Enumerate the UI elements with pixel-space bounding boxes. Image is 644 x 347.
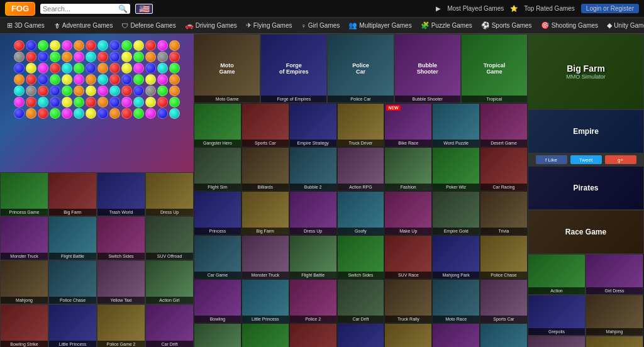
sidebar-ad-4[interactable]: Race Game xyxy=(528,210,644,254)
search-icon[interactable]: 🔍 xyxy=(118,4,128,13)
twitter-btn[interactable]: Tweet xyxy=(570,155,602,164)
table-row[interactable]: Garden Race xyxy=(480,323,528,347)
list-item[interactable]: Grepolis xyxy=(528,295,586,336)
facebook-btn[interactable]: f Like xyxy=(536,155,567,164)
top-game-1[interactable]: MotoGame Moto Game xyxy=(194,34,260,103)
left-panel: Bubble Shooter Extreme Princess Game Big… xyxy=(0,34,194,347)
table-row[interactable]: Mahjong Park xyxy=(432,235,480,279)
nav-adventure[interactable]: 🗡 Adventure Games xyxy=(49,19,118,32)
table-row[interactable]: Word Puzzle xyxy=(432,103,480,147)
list-item[interactable]: Girl Dress xyxy=(586,254,643,295)
table-row[interactable]: Car Racing xyxy=(480,147,528,191)
table-row[interactable]: Grass Cutter xyxy=(337,323,385,347)
table-row[interactable]: Stunt Car xyxy=(432,323,480,347)
nav-girl[interactable]: ♀ Girl Games xyxy=(297,19,345,32)
nav-adventure-label: Adventure Games xyxy=(62,22,113,29)
list-item[interactable]: Car Drift xyxy=(145,304,194,347)
list-item[interactable]: SUV Offroad xyxy=(145,216,194,260)
table-row[interactable]: Elevator xyxy=(194,323,242,347)
nav-multiplayer[interactable]: 👥 Multiplayer Games xyxy=(344,19,416,32)
list-item[interactable]: Big Farm xyxy=(48,172,97,216)
nav-shooting[interactable]: 🎯 Shooting Games xyxy=(536,19,603,32)
nav-defense[interactable]: 🛡 Defense Games xyxy=(117,19,180,32)
nav-sports[interactable]: ⚽ Sports Games xyxy=(477,19,536,32)
table-row[interactable]: Poker Wiz xyxy=(432,147,480,191)
list-item[interactable]: Princess Game xyxy=(0,172,48,216)
sidebar-ad-2[interactable]: Empire xyxy=(528,109,644,153)
table-row[interactable]: Police 2 xyxy=(289,279,337,323)
table-row[interactable]: Trivia xyxy=(480,191,528,235)
list-item[interactable]: Mahjong xyxy=(0,260,48,304)
search-bar[interactable]: 🔍 xyxy=(40,4,130,14)
table-row[interactable]: Princess xyxy=(194,191,242,235)
list-item[interactable]: Monster Truck xyxy=(0,216,48,260)
country-flag[interactable]: 🇺🇸 xyxy=(135,4,153,14)
table-row[interactable]: Action RPG xyxy=(337,147,385,191)
table-row[interactable]: Goofy xyxy=(337,191,385,235)
table-row[interactable]: Moto Race xyxy=(432,279,480,323)
top-game-5[interactable]: TropicalGame Tropical xyxy=(461,34,528,103)
table-row[interactable]: Switch Sides xyxy=(337,235,385,279)
table-row[interactable]: Bubble 2 xyxy=(289,147,337,191)
list-item[interactable]: Switch Sides xyxy=(97,216,145,260)
list-item[interactable]: Yellow Taxi xyxy=(97,260,145,304)
list-item[interactable]: Flight Battle xyxy=(48,216,97,260)
table-row[interactable]: Bike Stunt xyxy=(242,323,289,347)
table-row[interactable]: Car Drift xyxy=(337,279,385,323)
table-row[interactable]: SUV Race xyxy=(384,235,432,279)
sidebar-ad-1[interactable]: Big Farm MMO Simulator xyxy=(528,34,644,109)
table-row[interactable]: Scooter xyxy=(384,323,432,347)
table-row[interactable]: Truck Driver xyxy=(337,103,385,147)
table-row[interactable]: Empire Gold xyxy=(432,191,480,235)
list-item[interactable]: Police Game 2 xyxy=(97,304,145,347)
nav-driving[interactable]: 🚗 Driving Games xyxy=(180,19,242,32)
table-row[interactable]: Fashion xyxy=(384,147,432,191)
list-item[interactable]: Action xyxy=(528,254,586,295)
table-row[interactable]: Monster Truck xyxy=(242,235,289,279)
top-game-4[interactable]: BubbleShooter Bubble Shooter xyxy=(394,34,461,103)
table-row[interactable]: Big Farm xyxy=(242,191,289,235)
table-row[interactable]: Desert Game xyxy=(480,103,528,147)
table-row[interactable]: Billiards xyxy=(242,147,289,191)
nav-3d-games[interactable]: ⊞ 3D Games xyxy=(3,19,49,32)
table-row[interactable]: Make Up xyxy=(384,191,432,235)
list-item[interactable]: Race xyxy=(528,336,586,347)
table-row[interactable]: NEWBike Race xyxy=(384,103,432,147)
nav-puzzle[interactable]: 🧩 Puzzle Games xyxy=(416,19,477,32)
table-row[interactable]: Little Princess xyxy=(242,279,289,323)
search-input[interactable] xyxy=(43,5,118,13)
table-row[interactable]: Bowling xyxy=(194,279,242,323)
list-item[interactable]: Mahjong xyxy=(586,295,643,336)
top-rated-link[interactable]: Top Rated Games xyxy=(524,5,575,12)
top-game-2[interactable]: Forgeof Empires Forge of Empires xyxy=(260,34,327,103)
login-button[interactable]: Login or Register xyxy=(581,4,639,13)
table-row[interactable]: Gangster Hero xyxy=(194,103,242,147)
table-row[interactable]: Dress Up xyxy=(289,191,337,235)
grid-icon: ⊞ xyxy=(7,21,13,30)
top-game-3[interactable]: PoliceCar Police Car xyxy=(327,34,394,103)
table-row[interactable]: Flight Battle xyxy=(289,235,337,279)
sidebar-ad-3[interactable]: Pirates xyxy=(528,166,644,210)
list-item[interactable]: Action Girl xyxy=(145,260,194,304)
table-row[interactable]: Sports Car xyxy=(242,103,289,147)
table-row[interactable]: Sports Car xyxy=(480,279,528,323)
table-row[interactable]: Dirt Bike xyxy=(289,323,337,347)
table-row[interactable]: Empire Strategy xyxy=(289,103,337,147)
table-row[interactable]: Truck Rally xyxy=(384,279,432,323)
list-item[interactable]: Bowling Strike xyxy=(0,304,48,347)
site-logo[interactable]: FOG xyxy=(5,2,35,16)
list-item[interactable]: Trash World xyxy=(97,172,145,216)
plane-icon: ✈ xyxy=(246,21,252,30)
google-btn[interactable]: g+ xyxy=(605,155,636,164)
table-row[interactable]: Car Game xyxy=(194,235,242,279)
table-row[interactable]: Flight Sim xyxy=(194,147,242,191)
nav-flying[interactable]: ✈ Flying Games xyxy=(242,19,297,32)
most-played-link[interactable]: Most Played Games xyxy=(447,5,504,12)
featured-game[interactable]: Bubble Shooter Extreme xyxy=(0,34,194,172)
list-item[interactable]: Police Chase xyxy=(48,260,97,304)
list-item[interactable]: Sports xyxy=(586,336,643,347)
list-item[interactable]: Dress Up xyxy=(145,172,194,216)
table-row[interactable]: Police Chase xyxy=(480,235,528,279)
nav-unity[interactable]: ◆ Unity Games xyxy=(602,19,644,32)
list-item[interactable]: Little Princess xyxy=(48,304,97,347)
